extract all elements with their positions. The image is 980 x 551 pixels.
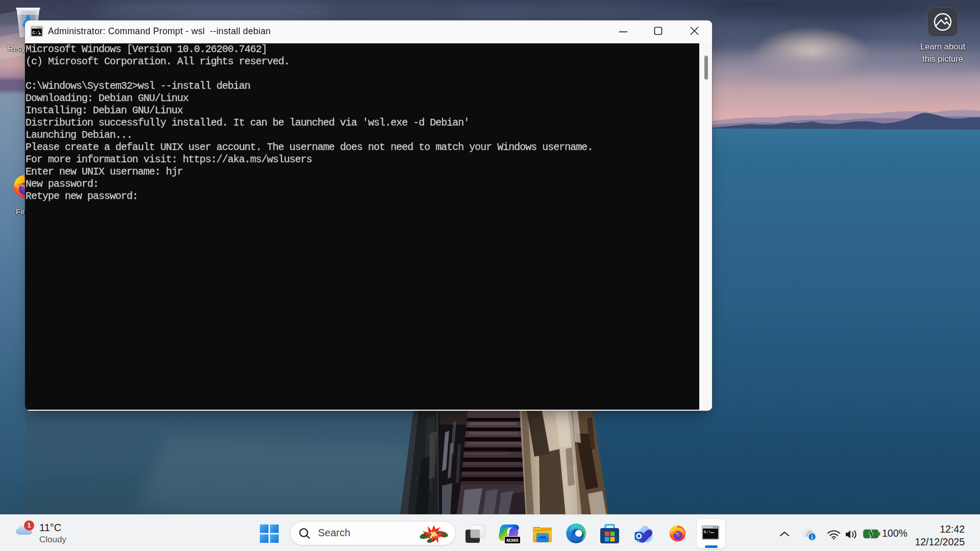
- svg-text:C:\: C:\: [704, 530, 712, 534]
- svg-text:C:\: C:\: [32, 31, 41, 36]
